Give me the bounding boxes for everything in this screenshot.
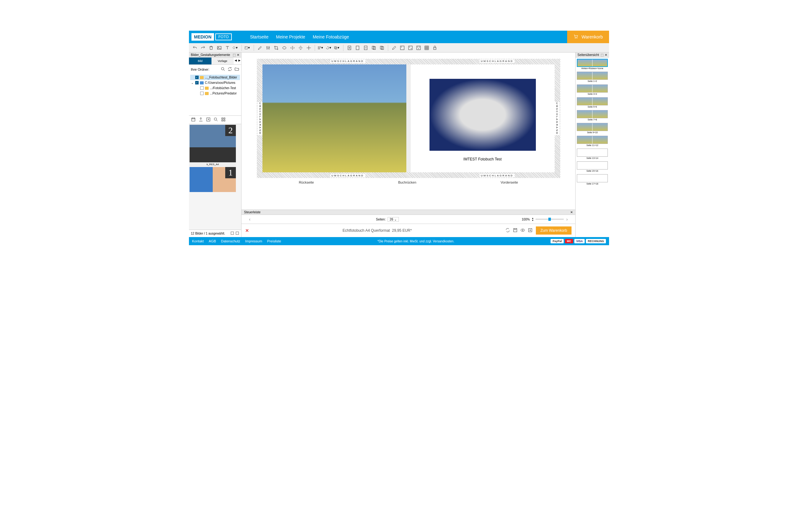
close-steuerleiste-icon[interactable]: ✕ xyxy=(570,210,573,214)
footer-agb[interactable]: AGB xyxy=(209,239,216,243)
page-thumb-label: Seite 15+16 xyxy=(577,170,608,172)
cart-button[interactable]: Warenkorb xyxy=(567,31,609,43)
page-thumb[interactable]: Seite 9+10 xyxy=(577,123,608,134)
copy-page-icon[interactable] xyxy=(370,44,377,51)
page-icon[interactable] xyxy=(354,44,361,51)
export-icon[interactable] xyxy=(206,117,211,122)
thumb-item[interactable]: 1 xyxy=(190,167,236,192)
add-to-cart-button[interactable]: Zum Warenkorb xyxy=(536,226,571,234)
grid2-icon[interactable] xyxy=(407,44,414,51)
remove-page-icon[interactable] xyxy=(362,44,369,51)
page-thumb[interactable]: Seite 3+4 xyxy=(577,84,608,95)
search-icon[interactable] xyxy=(221,66,226,72)
image-icon[interactable] xyxy=(216,44,223,51)
refresh-icon[interactable] xyxy=(227,66,232,72)
align-icon[interactable]: ▾ xyxy=(318,44,324,51)
page-overview-list[interactable]: Hinten+Rücken+VorneSeite 1+2Seite 3+4Sei… xyxy=(575,58,609,237)
flip-v-icon[interactable] xyxy=(297,44,304,51)
right-panel-title: Seitenübersicht ⬚ ✕ xyxy=(575,53,609,58)
page-thumb[interactable]: Seite 5+6 xyxy=(577,97,608,108)
calendar-icon[interactable] xyxy=(191,117,196,122)
open-folder-icon[interactable] xyxy=(234,66,239,72)
page-thumb[interactable]: Seite 17+18 xyxy=(577,174,608,185)
zoom-thumb-icon[interactable] xyxy=(213,117,218,122)
edit-icon[interactable] xyxy=(256,44,263,51)
grid-view-icon[interactable] xyxy=(221,117,226,122)
folder-item[interactable]: ⌄✓ C:/Users/ooo/Pictures xyxy=(190,80,240,86)
rotate-icon[interactable]: ▾ xyxy=(326,44,332,51)
folder-item[interactable]: .../Fotobücher-Test xyxy=(190,86,240,91)
tab-template[interactable]: Vorlage xyxy=(211,58,234,64)
trash-icon[interactable] xyxy=(208,44,214,51)
zoom-slider[interactable] xyxy=(535,218,564,220)
lock-icon[interactable] xyxy=(431,44,438,51)
page-thumb[interactable]: Hinten+Rücken+Vorne xyxy=(577,59,608,70)
adjust-icon[interactable] xyxy=(265,44,271,51)
tab-prev-icon[interactable]: ◀ xyxy=(234,58,238,64)
add-icon[interactable] xyxy=(528,228,533,233)
close-price-icon[interactable]: ✕ xyxy=(245,228,249,233)
folder-item[interactable]: ✓ ..._Fotobuchtest_Bilder xyxy=(190,75,240,80)
next-page-icon[interactable]: › xyxy=(564,217,570,222)
nav-home[interactable]: Startseite xyxy=(250,34,268,39)
save-icon[interactable] xyxy=(513,228,518,233)
page-labels: Rückseite Buchrücken Vorderseite xyxy=(257,180,560,184)
thumb-list: 2 k_RES_A4 1 xyxy=(189,124,241,230)
footer-preisliste[interactable]: Preisliste xyxy=(267,239,281,243)
nav-projects[interactable]: Meine Projekte xyxy=(276,34,305,39)
grid-all-icon[interactable] xyxy=(423,44,430,51)
svg-rect-39 xyxy=(514,229,517,232)
sync-icon[interactable] xyxy=(505,228,510,233)
front-cover-image[interactable] xyxy=(430,79,536,151)
close-panel-icon[interactable]: ✕ xyxy=(237,53,239,57)
add-page-icon[interactable] xyxy=(346,44,353,51)
thumb-action2-icon[interactable] xyxy=(235,232,239,236)
shape-icon[interactable] xyxy=(281,44,288,51)
back-cover[interactable] xyxy=(263,64,406,172)
redo-icon[interactable] xyxy=(200,44,207,51)
flip-h-icon[interactable] xyxy=(289,44,296,51)
brush-icon[interactable] xyxy=(391,44,398,51)
page-thumb[interactable]: Seite 7+8 xyxy=(577,110,608,121)
tab-image[interactable]: Bild xyxy=(189,58,211,64)
footer-kontakt[interactable]: Kontakt xyxy=(192,239,204,243)
zoom-stepper[interactable]: ▲▼ xyxy=(531,217,534,222)
close-panel-icon[interactable]: ✕ xyxy=(605,53,607,57)
undo-icon[interactable] xyxy=(191,44,198,51)
preview-icon[interactable] xyxy=(520,228,525,233)
paste-page-icon[interactable] xyxy=(379,44,385,51)
thumbs-footer: 12 Bilder / 1 ausgewählt. xyxy=(189,230,241,237)
center-icon[interactable] xyxy=(305,44,312,51)
book-spine[interactable] xyxy=(406,64,411,172)
folder-item[interactable]: ...Pictures/Predator xyxy=(190,91,240,96)
chevron-down-icon[interactable]: ⌄ xyxy=(191,81,194,84)
grid1-icon[interactable] xyxy=(399,44,406,51)
fill-icon[interactable]: ▾ xyxy=(232,44,239,51)
footer-impressum[interactable]: Impressum xyxy=(245,239,262,243)
crop-icon[interactable] xyxy=(273,44,280,51)
grid3-icon[interactable] xyxy=(415,44,422,51)
page-thumb[interactable]: Seite 1+2 xyxy=(577,72,608,82)
tab-next-icon[interactable]: ▶ xyxy=(238,58,241,64)
frame-icon[interactable]: ▾ xyxy=(244,44,251,51)
pin-icon[interactable]: ⬚ xyxy=(601,53,604,57)
pin-icon[interactable]: ⬚ xyxy=(233,53,235,57)
page-thumb[interactable]: Seite 15+16 xyxy=(577,162,608,172)
page-thumb[interactable]: Seite 11+12 xyxy=(577,136,608,147)
footer-datenschutz[interactable]: Datenschutz xyxy=(221,239,240,243)
svg-rect-9 xyxy=(335,46,336,49)
prev-page-icon[interactable]: ‹ xyxy=(247,217,253,222)
front-cover[interactable]: IMTEST Fotobuch Test xyxy=(411,64,555,172)
canvas-scroll[interactable]: UMSCHLAGRAND UMSCHLAGRAND UMSCHLAGRAND U… xyxy=(242,53,575,210)
page-thumb[interactable]: Seite 13+14 xyxy=(577,149,608,159)
text-icon[interactable] xyxy=(224,44,231,51)
pages-select[interactable]: 26 ⌄ xyxy=(387,217,399,222)
nav-prints[interactable]: Meine Fotoabzüge xyxy=(313,34,349,39)
page-thumb-label: Hinten+Rücken+Vorne xyxy=(577,67,608,70)
layers-icon[interactable]: ▾ xyxy=(334,44,341,51)
svg-point-24 xyxy=(418,46,418,47)
cover-title[interactable]: IMTEST Fotobuch Test xyxy=(463,157,501,162)
thumb-item[interactable]: 2 k_RES_A4 xyxy=(190,125,236,166)
upload-icon[interactable] xyxy=(198,117,203,122)
thumb-action1-icon[interactable] xyxy=(230,232,234,236)
